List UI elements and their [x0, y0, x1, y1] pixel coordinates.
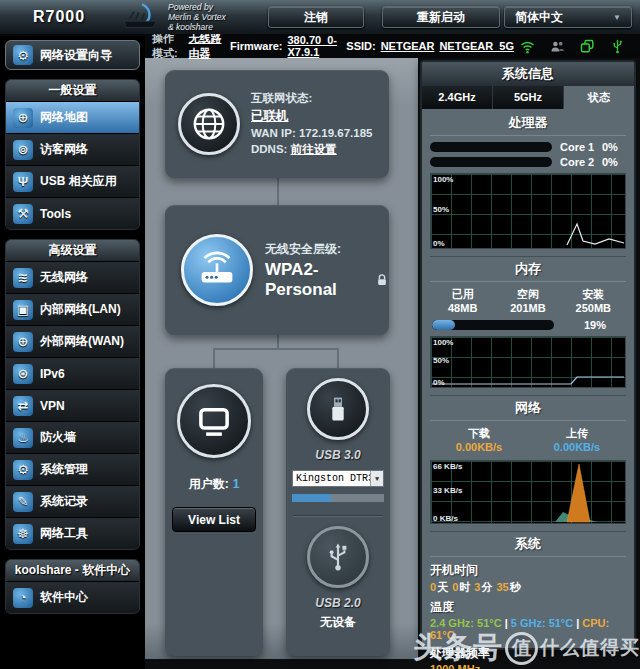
mem-axis-0: 0%	[433, 378, 445, 387]
ddns-setup-link[interactable]: 前往设置	[291, 143, 337, 155]
connector-line	[213, 348, 215, 368]
clients-count-line: 用户数:1	[165, 476, 263, 493]
item-label: 系统记录	[40, 493, 88, 510]
chevron-down-icon: ▼	[613, 13, 621, 22]
cpu-axis-100: 100%	[433, 175, 453, 184]
monitor-icon	[177, 384, 251, 458]
usb-usage-bar	[292, 494, 384, 502]
sidebar-item-tools[interactable]: ⚒ Tools	[6, 197, 139, 229]
model-logo: R7000	[0, 8, 118, 26]
internet-status-card: 互联网状态: 已联机 WAN IP: 172.19.67.185 DDNS: 前…	[165, 70, 389, 178]
cpu-freq-value: 1000 MHz	[430, 663, 626, 669]
usb-card: USB 3.0 Kingston DTR30 ▼ USB 2.0 无设备	[286, 368, 390, 656]
internet-status-label: 互联网状态:	[251, 90, 372, 107]
download-stat: 下载 0.00KB/s	[430, 426, 528, 456]
usb-usage-fill	[292, 494, 331, 502]
wan-icon: ⊕	[13, 332, 33, 352]
usb-divider	[293, 515, 383, 516]
usb3-label: USB 3.0	[286, 448, 390, 462]
sidebar-item-usb-apps[interactable]: Ψ USB 相关应用	[6, 165, 139, 197]
core1-row: Core 1 0%	[430, 141, 626, 153]
select-caret-icon: ▼	[370, 471, 383, 486]
item-label: Tools	[40, 207, 71, 221]
sidebar-item-setup-wizard[interactable]: ⚙ 网络设置向导	[5, 40, 140, 70]
lock-icon	[375, 273, 389, 287]
core2-row: Core 2 0%	[430, 156, 626, 168]
clients-status-icon[interactable]	[549, 38, 566, 55]
administration-icon: ⚙	[13, 460, 33, 480]
sidebar-group-general: 一般设置 ⊕ 网络地图 ⊚ 访客网络 Ψ USB 相关应用 ⚒ Tools	[5, 79, 140, 230]
ipv6-icon: ⊛	[13, 364, 33, 384]
memory-installed: 安装250MB	[561, 287, 626, 316]
ssid-label: SSID:	[346, 40, 375, 52]
wan-ip-value: 172.19.67.185	[299, 127, 373, 139]
logout-button[interactable]: 注销	[268, 6, 364, 28]
op-mode-link[interactable]: 无线路由器	[189, 31, 225, 61]
core1-bar	[430, 142, 552, 152]
sidebar-item-software-center[interactable]: ◔ 软件中心	[6, 581, 139, 613]
wireless-security-card[interactable]: 无线安全层级: WPA2-Personal	[165, 205, 389, 335]
network-tools-icon: ☸	[13, 524, 33, 544]
firmware-version-link[interactable]: 380.70_0-X7.9.1	[287, 34, 341, 58]
wifi-status-icon[interactable]	[519, 38, 536, 55]
network-traffic-graph: 66 KB/s 33 KB/s 0 KB/s	[430, 460, 626, 524]
memory-section: 内存 已用48MB 空闲201MB 安装250MB 19%	[430, 256, 626, 388]
sidebar-item-network-tools[interactable]: ☸ 网络工具	[6, 517, 139, 549]
item-label: VPN	[40, 399, 65, 413]
connector-line	[213, 348, 339, 350]
view-list-button[interactable]: View List	[172, 507, 256, 532]
usb2-label: USB 2.0	[286, 596, 390, 610]
wizard-icon: ⚙	[13, 45, 33, 65]
upload-value: 0.00KB/s	[528, 440, 626, 455]
item-label: 网络地图	[40, 109, 88, 126]
system-info-title: 系统信息	[422, 62, 634, 86]
item-label: 网络工具	[40, 525, 88, 542]
item-label: 访客网络	[40, 141, 88, 158]
powered-by-text: Powered by Merlin & Vortex & koolshare	[168, 2, 254, 33]
usb2-trident-icon	[307, 526, 369, 588]
sidebar-item-firewall[interactable]: ♨ 防火墙	[6, 421, 139, 453]
sidebar-item-guest-network[interactable]: ⊚ 访客网络	[6, 133, 139, 165]
item-label: 防火墙	[40, 429, 76, 446]
memory-usage-fill	[432, 320, 455, 330]
system-info-tabs: 2.4GHz 5GHz 状态	[422, 86, 634, 109]
mem-axis-100: 100%	[433, 338, 453, 347]
tab-2-4ghz[interactable]: 2.4GHz	[422, 86, 493, 109]
memory-section-title: 内存	[430, 257, 626, 282]
group-header-koolshare: koolshare - 软件中心	[6, 560, 139, 581]
item-label: IPv6	[40, 367, 65, 381]
sidebar-item-network-map[interactable]: ⊕ 网络地图	[6, 101, 139, 133]
network-map-panel: 互联网状态: 已联机 WAN IP: 172.19.67.185 DDNS: 前…	[145, 58, 418, 659]
tab-status[interactable]: 状态	[564, 86, 634, 109]
network-section-title: 网络	[430, 396, 626, 421]
reboot-button[interactable]: 重新启动	[382, 6, 500, 28]
tab-5ghz[interactable]: 5GHz	[493, 86, 564, 109]
sidebar-item-ipv6[interactable]: ⊛ IPv6	[6, 357, 139, 389]
sidebar-item-wan[interactable]: ⊕ 外部网络(WAN)	[6, 325, 139, 357]
sidebar-item-administration[interactable]: ⚙ 系统管理	[6, 453, 139, 485]
temperature-label: 温度	[430, 599, 626, 616]
internet-status-link[interactable]: 已联机	[251, 109, 289, 123]
security-label: 无线安全层级:	[265, 241, 389, 258]
temperature-value: 2.4 GHz: 51°C|5 GHz: 51°C|CPU: 61°C	[430, 617, 626, 641]
guest-network-icon: ⊚	[13, 140, 33, 160]
wizard-label: 网络设置向导	[40, 47, 112, 64]
ddns-label: DDNS:	[251, 143, 287, 155]
ssid-2g-link[interactable]: NETGEAR	[381, 40, 435, 52]
sidebar-item-vpn[interactable]: ⇄ VPN	[6, 389, 139, 421]
topbar: R7000 Powered by Merlin & Vortex & kools…	[0, 0, 640, 34]
net-axis-0: 0 KB/s	[433, 514, 458, 523]
sidebar-item-system-log[interactable]: ✎ 系统记录	[6, 485, 139, 517]
usb-status-icon[interactable]	[609, 38, 626, 55]
item-label: 无线网络	[40, 269, 88, 286]
memory-free: 空闲201MB	[495, 287, 560, 316]
system-section-title: 系统	[430, 532, 626, 557]
share-status-icon[interactable]	[579, 38, 596, 55]
memory-usage-row: 19%	[432, 319, 624, 331]
ssid-5g-link[interactable]: NETGEAR_5G	[439, 40, 514, 52]
sidebar-item-lan[interactable]: ▣ 内部网络(LAN)	[6, 293, 139, 325]
sidebar-item-wireless[interactable]: ≋ 无线网络	[6, 261, 139, 293]
language-select[interactable]: 简体中文 ▼	[504, 6, 632, 28]
usb-device-select[interactable]: Kingston DTR30 ▼	[292, 470, 384, 487]
cpu-usage-graph: 100% 50% 0%	[430, 173, 626, 249]
